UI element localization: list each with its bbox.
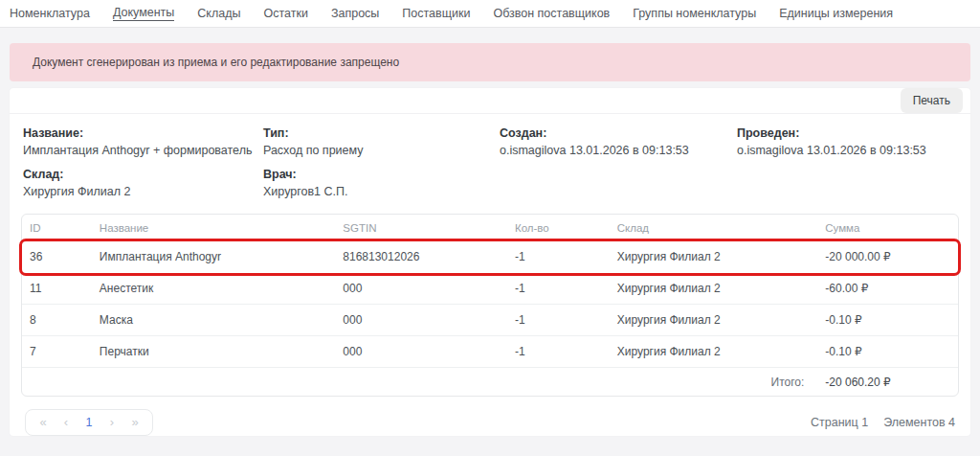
column-header-sum: Сумма: [817, 222, 958, 234]
field-warehouse-label: Склад:: [23, 168, 263, 181]
table-total-row: Итого: -20 060.20 ₽: [22, 368, 958, 396]
nav-item-supplier-calls[interactable]: Обзвон поставщиков: [493, 7, 610, 21]
nav-item-warehouses[interactable]: Склады: [197, 7, 240, 21]
table-row[interactable]: 8 Маска 000 -1 Хирургия Филиал 2 -0.10 ₽: [22, 305, 958, 336]
cell-sum: -60.00 ₽: [817, 282, 958, 295]
cell-qty: -1: [507, 345, 610, 358]
cell-sum: -0.10 ₽: [817, 345, 958, 358]
readonly-warning-banner: Документ сгенерирован из приема и его ре…: [10, 43, 970, 81]
cell-qty: -1: [507, 313, 610, 327]
field-type-label: Тип:: [263, 126, 500, 140]
nav-item-suppliers[interactable]: Поставщики: [402, 7, 470, 21]
cell-warehouse: Хирургия Филиал 2: [610, 345, 818, 358]
pagination-first-button[interactable]: «: [33, 413, 53, 432]
pagination-prev-button[interactable]: ‹: [56, 413, 76, 432]
pagination: « ‹ 1 › »: [25, 409, 153, 436]
double-chevron-right-icon: »: [131, 415, 138, 429]
cell-qty: -1: [507, 282, 610, 295]
nav-item-stock[interactable]: Остатки: [264, 7, 308, 21]
print-button[interactable]: Печать: [901, 88, 963, 113]
cell-warehouse: Хирургия Филиал 2: [610, 250, 818, 263]
cell-sgtin: 000: [335, 313, 507, 327]
table-row[interactable]: 7 Перчатки 000 -1 Хирургия Филиал 2 -0.1…: [22, 336, 958, 368]
cell-id: 8: [22, 313, 92, 327]
field-name: Название: Имплантация Anthogyr + формиро…: [23, 126, 263, 157]
document-card: Печать Название: Имплантация Anthogyr + …: [10, 88, 970, 436]
cell-name: Перчатки: [92, 345, 335, 358]
field-created: Создан: o.ismagilova 13.01.2026 в 09:13:…: [500, 126, 737, 157]
cell-sum: -20 000.00 ₽: [817, 250, 958, 263]
cell-sum: -0.10 ₽: [817, 313, 958, 327]
field-posted: Проведен: o.ismagilova 13.01.2026 в 09:1…: [737, 126, 957, 157]
cell-qty: -1: [507, 250, 610, 263]
chevron-left-icon: ‹: [64, 415, 68, 429]
column-header-id: ID: [22, 222, 92, 234]
cell-warehouse: Хирургия Филиал 2: [610, 282, 818, 295]
card-footer: « ‹ 1 › » Страниц 1 Элементов 4: [10, 409, 970, 436]
cell-name: Имплантация Anthogyr: [92, 250, 335, 263]
items-table: ID Название SGTIN Кол-во Склад Сумма 36 …: [21, 214, 959, 397]
field-posted-value: o.ismagilova 13.01.2026 в 09:13:53: [737, 144, 957, 157]
field-name-label: Название:: [23, 126, 263, 140]
column-header-sgtin: SGTIN: [335, 222, 507, 234]
field-name-value: Имплантация Anthogyr + формирователь: [23, 144, 263, 157]
nav-item-nomenclature-groups[interactable]: Группы номенклатуры: [633, 7, 756, 21]
pagination-summary: Страниц 1 Элементов 4: [811, 416, 955, 429]
pages-count: Страниц 1: [811, 416, 868, 429]
field-created-value: o.ismagilova 13.01.2026 в 09:13:53: [500, 144, 737, 157]
total-label: Итого:: [22, 376, 817, 389]
column-header-qty: Кол-во: [507, 222, 610, 234]
field-doctor-value: Хирургов1 С.П.: [263, 185, 500, 198]
cell-sgtin: 000: [335, 282, 507, 295]
table-row[interactable]: 36 Имплантация Anthogyr 816813012026 -1 …: [22, 241, 958, 273]
field-type: Тип: Расход по приему: [263, 126, 500, 157]
cell-sgtin: 816813012026: [335, 250, 507, 263]
field-type-value: Расход по приему: [263, 144, 500, 157]
cell-id: 36: [22, 250, 92, 263]
column-header-warehouse: Склад: [610, 222, 818, 234]
field-doctor: Врач: Хирургов1 С.П.: [263, 168, 500, 198]
cell-name: Анестетик: [92, 282, 335, 295]
field-warehouse-value: Хирургия Филиал 2: [23, 185, 263, 198]
items-table-wrapper: ID Название SGTIN Кол-во Склад Сумма 36 …: [21, 214, 959, 397]
chevron-right-icon: ›: [110, 415, 114, 429]
column-header-name: Название: [92, 222, 335, 234]
field-warehouse: Склад: Хирургия Филиал 2: [23, 168, 263, 198]
cell-sgtin: 000: [335, 345, 507, 358]
cell-name: Маска: [92, 313, 335, 327]
document-details: Название: Имплантация Anthogyr + формиро…: [10, 114, 970, 209]
cell-warehouse: Хирургия Филиал 2: [610, 313, 818, 327]
total-value: -20 060.20 ₽: [817, 376, 958, 389]
double-chevron-left-icon: «: [39, 415, 46, 429]
cell-id: 7: [22, 345, 92, 358]
nav-item-requests[interactable]: Запросы: [331, 7, 379, 21]
field-created-label: Создан:: [500, 126, 737, 140]
document-toolbar: Печать: [10, 88, 970, 114]
top-navigation: Номенклатура Документы Склады Остатки За…: [0, 0, 980, 28]
field-doctor-label: Врач:: [263, 168, 500, 181]
pagination-page-1-button[interactable]: 1: [79, 413, 99, 432]
field-posted-label: Проведен:: [737, 126, 957, 140]
table-row[interactable]: 11 Анестетик 000 -1 Хирургия Филиал 2 -6…: [22, 273, 958, 305]
nav-item-units[interactable]: Единицы измерения: [779, 7, 893, 21]
items-count: Элементов 4: [883, 416, 955, 429]
nav-item-documents[interactable]: Документы: [113, 6, 174, 21]
cell-id: 11: [22, 282, 92, 295]
table-header-row: ID Название SGTIN Кол-во Склад Сумма: [22, 215, 958, 241]
readonly-warning-text: Документ сгенерирован из приема и его ре…: [33, 56, 399, 69]
nav-item-nomenclature[interactable]: Номенклатура: [10, 7, 90, 21]
pagination-next-button[interactable]: ›: [102, 413, 122, 432]
pagination-last-button[interactable]: »: [125, 413, 145, 432]
